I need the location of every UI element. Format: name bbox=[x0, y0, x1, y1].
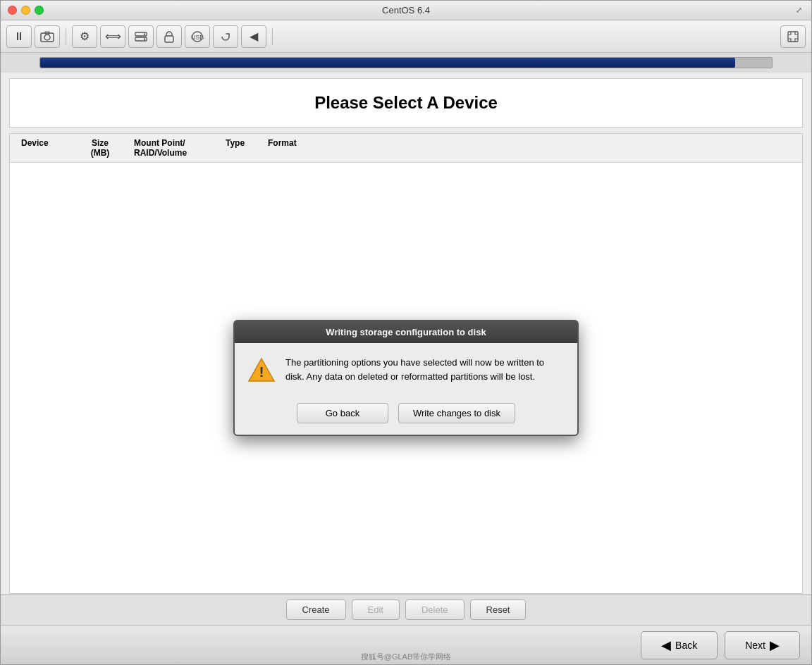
storage-button[interactable] bbox=[128, 25, 154, 48]
dialog-body: ! The partitioning options you have sele… bbox=[235, 343, 577, 396]
delete-button[interactable]: Delete bbox=[405, 599, 465, 620]
dialog-message: The partitioning options you have select… bbox=[285, 356, 565, 383]
write-changes-button[interactable]: Write changes to disk bbox=[398, 403, 515, 423]
page-title: Please Select A Device bbox=[314, 93, 498, 112]
settings-button[interactable]: ⚙ bbox=[72, 25, 97, 48]
svg-rect-7 bbox=[165, 36, 173, 42]
watermark: 搜狐号@GLAB带你学网络 bbox=[361, 652, 452, 662]
table-body: Writing storage configuration to disk ! bbox=[10, 163, 802, 593]
expand-icon[interactable]: ⤢ bbox=[793, 5, 804, 16]
back-button[interactable]: ◀ Back bbox=[641, 631, 718, 659]
partition-area: Device Size (MB) Mount Point/ RAID/Volum… bbox=[9, 133, 803, 594]
svg-text:USB: USB bbox=[191, 34, 204, 41]
dialog-buttons: Go back Write changes to disk bbox=[235, 396, 577, 435]
traffic-lights bbox=[8, 6, 44, 15]
dialog-title-bar: Writing storage configuration to disk bbox=[235, 321, 577, 343]
warning-icon: ! bbox=[247, 356, 276, 386]
col-type: Type bbox=[220, 137, 262, 159]
svg-rect-10 bbox=[788, 32, 798, 42]
chevron-button[interactable]: ◀ bbox=[241, 25, 266, 48]
svg-point-5 bbox=[144, 33, 145, 35]
maximize-button[interactable] bbox=[35, 6, 44, 15]
col-size: Size (MB) bbox=[72, 137, 128, 159]
back-arrow-icon: ◀ bbox=[661, 638, 671, 653]
progress-bar-inner bbox=[40, 58, 735, 68]
edit-button[interactable]: Edit bbox=[352, 599, 400, 620]
col-format: Format bbox=[262, 137, 312, 159]
next-arrow-icon: ▶ bbox=[770, 638, 780, 653]
dialog-title: Writing storage configuration to disk bbox=[326, 327, 486, 337]
bottom-toolbar: Create Edit Delete Reset bbox=[1, 594, 811, 625]
window-title: CentOS 6.4 bbox=[382, 5, 430, 15]
progress-area bbox=[1, 53, 811, 73]
svg-point-6 bbox=[144, 38, 145, 39]
page-header: Please Select A Device bbox=[9, 78, 803, 128]
main-window: CentOS 6.4 ⤢ ⏸ ⚙ ⟺ USB ◀ bbox=[0, 0, 812, 665]
col-mountpoint: Mount Point/ RAID/Volume bbox=[128, 137, 220, 159]
toolbar-separator-1 bbox=[66, 28, 66, 45]
pause-button[interactable]: ⏸ bbox=[6, 25, 32, 48]
snapshot-button[interactable] bbox=[35, 25, 60, 48]
title-bar: CentOS 6.4 ⤢ bbox=[1, 1, 811, 20]
lock-button[interactable] bbox=[156, 25, 182, 48]
minimize-button[interactable] bbox=[21, 6, 30, 15]
network-button[interactable]: ⟺ bbox=[100, 25, 125, 48]
fullscreen-button[interactable] bbox=[780, 25, 806, 48]
table-header: Device Size (MB) Mount Point/ RAID/Volum… bbox=[10, 134, 802, 163]
close-button[interactable] bbox=[8, 6, 17, 15]
create-button[interactable]: Create bbox=[286, 599, 346, 620]
toolbar: ⏸ ⚙ ⟺ USB ◀ bbox=[1, 20, 811, 53]
toolbar-separator-2 bbox=[272, 28, 273, 45]
next-label: Next bbox=[745, 640, 765, 651]
refresh-button[interactable] bbox=[213, 25, 238, 48]
back-label: Back bbox=[675, 640, 697, 651]
col-device: Device bbox=[16, 137, 72, 159]
progress-bar-outer bbox=[39, 57, 773, 68]
next-button[interactable]: Next ▶ bbox=[725, 631, 800, 659]
reset-button[interactable]: Reset bbox=[470, 599, 527, 620]
svg-text:!: ! bbox=[259, 364, 264, 380]
main-content: Please Select A Device Device Size (MB) … bbox=[1, 73, 811, 625]
dialog-box: Writing storage configuration to disk ! bbox=[233, 320, 579, 436]
dialog-overlay: Writing storage configuration to disk ! bbox=[10, 163, 802, 593]
usb-button[interactable]: USB bbox=[185, 25, 210, 48]
svg-point-1 bbox=[44, 35, 50, 40]
go-back-button[interactable]: Go back bbox=[297, 403, 388, 423]
